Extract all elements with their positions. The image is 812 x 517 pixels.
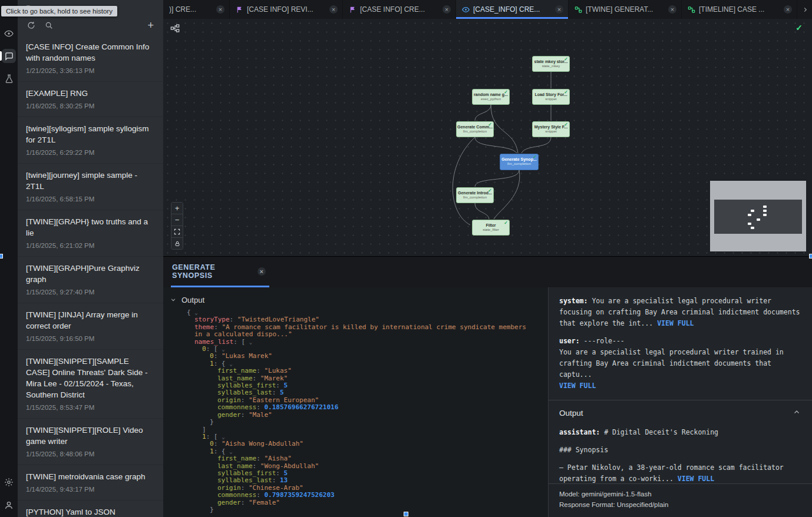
minimap[interactable]	[710, 181, 806, 251]
tab-label: [TWINE] GENERAT...	[586, 5, 665, 14]
flow-node[interactable]: ✓Load Story For...snippet	[532, 89, 570, 105]
prompt-list-item[interactable]: [PYTHON] Yaml to JSON	[18, 501, 163, 517]
tab[interactable]: [TWINE] GENERAT...×	[569, 0, 682, 19]
synopsis-text: — Petar Nikolov, a 38-year-old romance s…	[559, 463, 784, 483]
resize-handle-bottom[interactable]	[404, 512, 408, 516]
node-subtitle: llm_completion	[457, 195, 493, 200]
tab-close-icon[interactable]: ×	[555, 5, 563, 14]
account-icon[interactable]	[2, 498, 16, 512]
flow-node[interactable]: ✓random name g...exec_python	[472, 89, 510, 105]
prompt-list-item[interactable]: [twine][journey] simple sample - 2T1L1/1…	[18, 164, 163, 210]
prompt-timestamp: 1/15/2025, 9:16:50 PM	[26, 334, 155, 343]
json-token: :	[276, 469, 283, 477]
tab[interactable]: )] CRE...×	[163, 0, 230, 19]
tab-close-icon[interactable]: ×	[443, 5, 451, 14]
prompt-list-item[interactable]: [TWINE][SNIPPET][ROLE] Video game writer…	[18, 419, 163, 465]
collapse-chevron-icon[interactable]: ⌄	[222, 434, 225, 440]
assistant-message: assistant: # Digital Deceit's Reckoning	[559, 427, 800, 438]
prompt-list-item[interactable]: [twine][syllogism] sample syllogism for …	[18, 117, 163, 164]
tab[interactable]: [CASE INFO] REVI...×	[230, 0, 343, 19]
flow-node[interactable]: ✓Generate Introd...llm_completion	[456, 187, 494, 203]
json-tree: { ⌄storyType: "TwistedLoveTriangle"theme…	[163, 309, 548, 513]
prompt-title: [twine][syllogism] sample syllogism for …	[26, 123, 155, 145]
collapse-chevron-icon[interactable]: ⌄	[222, 346, 225, 352]
json-token: origin	[217, 484, 241, 492]
settings-gear-icon[interactable]	[2, 475, 16, 489]
minimap-node-dot	[748, 214, 751, 216]
json-token: storyType	[194, 316, 230, 323]
prompts-icon[interactable]	[2, 49, 16, 63]
json-token: gender	[217, 499, 241, 506]
collapse-chevron-icon[interactable]: ⌄	[249, 339, 252, 345]
tab-close-icon[interactable]: ×	[784, 5, 792, 14]
json-token: :	[256, 367, 264, 375]
prompt-list-item[interactable]: [TWINE][GRAPH]Pure Graphviz graph1/15/20…	[18, 257, 163, 303]
tab-active[interactable]: [CASE_INFO] CRE...×	[456, 0, 569, 19]
chevron-down-icon	[170, 297, 176, 303]
tab-close-icon[interactable]: ×	[216, 5, 225, 14]
prompt-list-item[interactable]: [TWINE][SNIPPET][SAMPLE CASE] Online Thr…	[18, 350, 163, 419]
tab[interactable]: [CASE INFO] CRE...×	[343, 0, 456, 19]
zoom-in-button[interactable]: +	[171, 203, 183, 214]
node-check-icon: ✓	[564, 90, 568, 95]
json-token: 5	[280, 389, 284, 396]
json-token: "Marek"	[260, 375, 288, 382]
prompt-list-item[interactable]: [TWINE] [JINJA] Array merge in correct o…	[18, 303, 163, 350]
node-subtitle: exec_python	[473, 97, 509, 101]
prompt-timestamp: 1/16/2025, 6:21:02 PM	[26, 241, 155, 250]
tab-bar: )] CRE...×[CASE INFO] REVI...×[CASE INFO…	[163, 0, 812, 19]
collapse-up-icon[interactable]	[793, 407, 800, 419]
json-token: : [	[233, 338, 249, 346]
flow-node[interactable]: ✓Filterstate_filter	[472, 220, 510, 236]
bottom-tab-close-icon[interactable]: ×	[258, 267, 266, 276]
json-token: commonness	[217, 491, 256, 499]
json-token: 0.7987359247526203	[264, 491, 334, 499]
flow-node[interactable]: ✓Generate Synop...llm_completion	[500, 154, 539, 170]
json-token: 5	[284, 382, 288, 389]
tab-close-icon[interactable]: ×	[668, 5, 676, 14]
json-line: gender: "Female"	[187, 499, 533, 506]
prompt-timestamp: 1/14/2025, 9:43:17 PM	[26, 485, 155, 493]
assistant-view-full-link[interactable]: VIEW FULL	[678, 475, 714, 483]
zoom-out-button[interactable]: −	[171, 214, 183, 226]
json-line: ]	[187, 426, 533, 433]
output-label: Output	[181, 296, 204, 304]
bottom-tab-generate-synopsis[interactable]: GENERATE SYNOPSIS ×	[171, 257, 269, 287]
flow-node[interactable]: ✓state mkey stor...state_mkey	[532, 56, 570, 72]
tab-close-icon[interactable]: ×	[329, 5, 338, 14]
output-collapse-row[interactable]: Output	[163, 293, 548, 306]
tab-overflow-button[interactable]	[798, 0, 812, 19]
prompt-title: [TWINE][SNIPPET][ROLE] Video game writer	[26, 425, 155, 447]
new-prompt-button[interactable]: +	[147, 20, 154, 31]
flask-icon[interactable]	[2, 71, 16, 85]
json-token: }	[210, 506, 214, 513]
flow-node[interactable]: ✓Mystery Style F...snippet	[532, 121, 570, 137]
bottom-panel: GENERATE SYNOPSIS × Output { ⌄storyType:…	[163, 257, 812, 517]
tab[interactable]: [TIMELINE] CASE ...×	[682, 0, 797, 19]
auto-layout-icon[interactable]	[170, 24, 180, 35]
collapse-chevron-icon[interactable]: ⌄	[194, 310, 197, 316]
user-view-full-link[interactable]: VIEW FULL	[559, 382, 596, 390]
prompt-list-item[interactable]: [CASE INFO] Create Common Info with rand…	[18, 35, 163, 82]
preview-eye-icon[interactable]	[2, 26, 16, 41]
fit-view-button[interactable]	[171, 226, 183, 238]
json-token: 1	[210, 448, 214, 455]
resize-handle-left[interactable]	[0, 254, 3, 258]
system-view-full-link[interactable]: VIEW FULL	[657, 319, 694, 327]
lock-button[interactable]	[171, 238, 183, 249]
flow-node[interactable]: ✓Generate Comm...llm_completion	[456, 121, 494, 137]
prompt-list-item[interactable]: [EXAMPLE] RNG1/16/2025, 8:30:25 PM	[18, 82, 163, 117]
prompt-list-item[interactable]: [TWINE] metroidvania case graph1/14/2025…	[18, 465, 163, 501]
messages-panel: system: You are a specialist legal proce…	[548, 287, 812, 517]
flag-icon	[349, 6, 357, 14]
prompt-list-item[interactable]: [TWINE][GRAPH} two truths and a lie1/16/…	[18, 210, 163, 257]
json-token: "Aisha Wong-Abdullah"	[222, 440, 303, 448]
refresh-icon[interactable]	[27, 21, 35, 29]
collapse-chevron-icon[interactable]: ⌄	[229, 449, 232, 455]
collapse-chevron-icon[interactable]: ⌄	[229, 361, 232, 367]
app-root: Prompts + [CASE INFO] Create Common Info…	[0, 0, 812, 517]
synopsis-heading: ### Synopsis	[559, 445, 800, 456]
resize-handle-right[interactable]	[809, 254, 812, 258]
flow-canvas[interactable]: ✓ + − ✓state mkey stor...state_mkey✓rand…	[163, 19, 812, 257]
search-icon[interactable]	[45, 21, 53, 29]
